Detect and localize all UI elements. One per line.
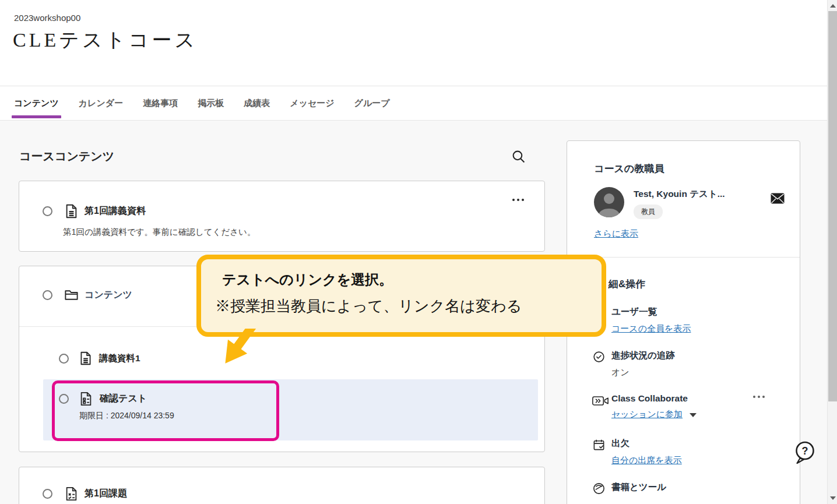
child-item-test-highlighted: 確認テスト 期限日 : 2024/09/14 23:59 bbox=[43, 379, 538, 440]
radio-unselected[interactable] bbox=[43, 489, 52, 499]
sidebar-item-user-list: ユーザ一覧 コースの全員を表示 bbox=[611, 306, 786, 334]
scrollbar-down-icon[interactable] bbox=[830, 496, 836, 500]
kebab-menu-icon[interactable] bbox=[512, 199, 524, 201]
annotation-arrow-icon bbox=[217, 329, 266, 371]
page: 2023workshop00 CLEテストコース コンテンツ カレンダー 連絡事… bbox=[0, 0, 837, 504]
sidebar-item-collaborate: Class Collaborate セッションに参加 bbox=[592, 393, 786, 420]
radio-unselected[interactable] bbox=[59, 354, 69, 364]
folder-icon bbox=[64, 287, 79, 303]
item-description: 第1回の講義資料です。事前に確認してください。 bbox=[63, 227, 255, 238]
radio-unselected[interactable] bbox=[43, 290, 52, 300]
view-everyone-link[interactable]: コースの全員を表示 bbox=[611, 323, 691, 333]
collaborate-camera-icon bbox=[592, 393, 606, 420]
test-title-link[interactable]: 確認テスト bbox=[100, 393, 147, 405]
page-title: CLEテストコース bbox=[13, 27, 198, 54]
join-session-link[interactable]: セッションに参加 bbox=[611, 409, 683, 419]
sidebar-item-progress: 進捗状況の追跡 オン bbox=[592, 350, 786, 378]
course-staff-section: コースの教職員 Test, Kyouin テスト... 教員 bbox=[567, 141, 800, 258]
calendar-check-icon bbox=[592, 438, 606, 466]
scrollbar-thumb[interactable] bbox=[828, 11, 837, 401]
tab-messages[interactable]: メッセージ bbox=[290, 86, 334, 120]
books-tools-title: 書籍とツール bbox=[611, 481, 666, 494]
folder-title-link[interactable]: コンテンツ bbox=[85, 289, 132, 301]
course-id: 2023workshop00 bbox=[14, 13, 80, 23]
check-circle-icon bbox=[592, 350, 606, 378]
details-actions-heading: 細&操作 bbox=[609, 277, 786, 291]
progress-title: 進捗状況の追跡 bbox=[611, 350, 675, 362]
scrollbar-up-icon[interactable] bbox=[830, 4, 836, 8]
staff-heading: コースの教職員 bbox=[594, 162, 785, 175]
document-icon bbox=[78, 351, 93, 366]
instructor-row: Test, Kyouin テスト... 教員 bbox=[594, 187, 785, 219]
user-list-title: ユーザ一覧 bbox=[611, 306, 691, 318]
role-badge: 教員 bbox=[634, 205, 663, 219]
sidebar-item-attendance: 出欠 自分の出席を表示 bbox=[592, 438, 786, 466]
collaborate-kebab-icon[interactable] bbox=[753, 396, 765, 398]
attendance-title: 出欠 bbox=[611, 438, 682, 450]
message-envelope-icon[interactable] bbox=[771, 193, 785, 219]
book-tools-icon bbox=[592, 481, 606, 495]
instructor-name[interactable]: Test, Kyouin テスト... bbox=[634, 188, 725, 200]
tab-announcements[interactable]: 連絡事項 bbox=[143, 86, 178, 120]
tab-discussions[interactable]: 掲示板 bbox=[198, 86, 224, 120]
annotation-callout: テストへのリンクを選択。 ※授業担当教員によって、リンク名は変わる bbox=[196, 255, 606, 337]
document-icon bbox=[64, 203, 79, 219]
radio-unselected[interactable] bbox=[43, 206, 52, 216]
tab-groups[interactable]: グループ bbox=[354, 86, 390, 120]
help-icon[interactable]: ? bbox=[794, 440, 816, 464]
due-date: 期限日 : 2024/09/14 23:59 bbox=[79, 411, 538, 421]
item-title-link[interactable]: 講義資料1 bbox=[99, 353, 140, 365]
caret-down-icon[interactable] bbox=[690, 413, 697, 417]
annotation-note: ※授業担当教員によって、リンク名は変わる bbox=[215, 294, 588, 318]
tab-calendar[interactable]: カレンダー bbox=[79, 86, 123, 120]
tab-gradebook[interactable]: 成績表 bbox=[244, 86, 270, 120]
tab-contents[interactable]: コンテンツ bbox=[14, 86, 59, 120]
collaborate-title: Class Collaborate bbox=[611, 393, 786, 404]
content-card-lecture1: 第1回講義資料 第1回の講義資料です。事前に確認してください。 bbox=[19, 181, 545, 252]
view-attendance-link[interactable]: 自分の出席を表示 bbox=[611, 455, 682, 465]
search-icon[interactable] bbox=[511, 149, 526, 164]
child-item-material1: 講義資料1 bbox=[43, 343, 538, 373]
show-more-link[interactable]: さらに表示 bbox=[594, 228, 638, 239]
vertical-scrollbar[interactable] bbox=[827, 0, 837, 504]
radio-unselected[interactable] bbox=[59, 394, 69, 404]
avatar[interactable] bbox=[594, 187, 624, 217]
test-icon bbox=[78, 391, 94, 407]
course-header: 2023workshop00 CLEテストコース bbox=[0, 0, 827, 86]
annotation-title: テストへのリンクを選択。 bbox=[222, 270, 588, 290]
sidebar-item-books-tools: 書籍とツール bbox=[592, 481, 786, 495]
svg-text:?: ? bbox=[802, 445, 808, 457]
content-card-assignment: 第1回課題 bbox=[19, 467, 545, 504]
item-title-link[interactable]: 第1回講義資料 bbox=[85, 205, 146, 217]
course-content-heading: コースコンテンツ bbox=[19, 149, 114, 164]
assignment-icon bbox=[64, 486, 79, 502]
item-title-link[interactable]: 第1回課題 bbox=[85, 488, 127, 500]
progress-status: オン bbox=[611, 367, 675, 378]
course-tabbar: コンテンツ カレンダー 連絡事項 掲示板 成績表 メッセージ グループ bbox=[0, 86, 827, 120]
